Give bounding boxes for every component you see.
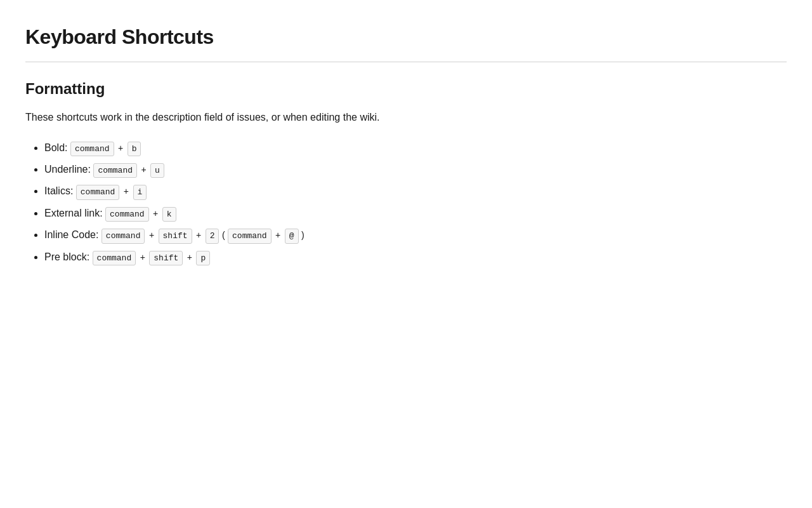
list-item: Pre block: command + shift + p: [44, 248, 787, 267]
key-shift: shift: [149, 251, 183, 266]
plus-separator: +: [124, 186, 129, 196]
shortcut-label: Bold:: [44, 142, 70, 153]
key-command: command: [93, 163, 137, 178]
list-item: External link: command + k: [44, 204, 787, 223]
plus-separator: +: [275, 230, 280, 240]
plus-separator: +: [149, 230, 154, 240]
key-command: command: [93, 251, 136, 266]
key-shift: shift: [159, 229, 192, 244]
shortcut-label: Inline Code:: [44, 229, 102, 240]
section-title: Formatting: [25, 80, 787, 98]
key-command: command: [228, 229, 272, 244]
list-item: Underline: command + u: [44, 160, 787, 179]
plus-separator: +: [118, 143, 123, 153]
plus-separator: +: [140, 252, 145, 262]
key-i: i: [133, 185, 147, 200]
plus-separator: +: [187, 252, 192, 262]
key-command: command: [105, 207, 149, 222]
plus-separator: +: [141, 164, 146, 175]
key-command: command: [102, 229, 145, 244]
plus-separator: +: [196, 230, 201, 240]
page-title: Keyboard Shortcuts: [25, 25, 787, 49]
divider: [25, 62, 787, 62]
shortcut-label: External link:: [44, 208, 105, 218]
shortcut-label: Pre block:: [44, 251, 93, 262]
list-item: Bold: command + b: [44, 138, 787, 157]
key-command: command: [76, 185, 120, 200]
key-at: @: [285, 229, 299, 244]
shortcut-label: Italics:: [44, 185, 76, 196]
key-command: command: [70, 142, 114, 157]
key-2: 2: [206, 229, 219, 244]
plus-separator: +: [153, 208, 158, 218]
paren-close: ): [301, 230, 304, 240]
key-k: k: [162, 207, 176, 222]
section-description: These shortcuts work in the description …: [25, 109, 787, 126]
key-u: u: [150, 163, 164, 178]
shortcuts-list: Bold: command + b Underline: command + u…: [25, 138, 787, 267]
paren-open: (: [222, 230, 225, 240]
list-item: Inline Code: command + shift + 2 ( comma…: [44, 225, 787, 244]
key-p: p: [196, 251, 210, 266]
list-item: Italics: command + i: [44, 182, 787, 201]
shortcut-label: Underline:: [44, 164, 93, 175]
key-b: b: [128, 142, 141, 157]
